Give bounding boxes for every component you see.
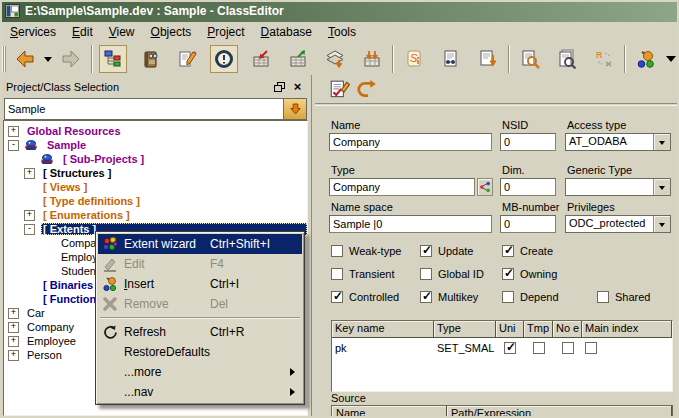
menu-item-restore-defaults[interactable]: RestoreDefaults: [98, 342, 302, 362]
expander-icon[interactable]: +: [8, 322, 19, 333]
menu-item-label: Remove: [122, 297, 169, 311]
checkbox-box[interactable]: [533, 342, 545, 354]
checkbox-transient[interactable]: Transient: [331, 268, 394, 280]
checkbox-box[interactable]: [585, 342, 597, 354]
expander-icon[interactable]: +: [8, 350, 19, 361]
menu-item-nav[interactable]: ...nav: [98, 382, 302, 402]
reference-nav-icon[interactable]: R: [590, 45, 618, 73]
tree-item-employee[interactable]: Employee: [25, 335, 78, 347]
generic-type-select[interactable]: [565, 178, 671, 196]
menu-view[interactable]: View: [101, 23, 143, 41]
menu-project[interactable]: Project: [199, 23, 252, 41]
menu-item-extent-wizard[interactable]: Extent wizard Ctrl+Shift+I: [98, 234, 302, 254]
menu-item-more[interactable]: ...more: [98, 362, 302, 382]
dropdown-button[interactable]: [653, 134, 670, 150]
dim-field[interactable]: [500, 178, 556, 196]
expander-icon[interactable]: +: [24, 210, 35, 221]
checkbox-depend[interactable]: Depend: [502, 291, 559, 303]
checkbox-controlled[interactable]: Controlled: [331, 291, 399, 303]
table-row[interactable]: pk SET_SMAL: [332, 338, 672, 357]
type-field[interactable]: [329, 178, 475, 196]
type-browse-button[interactable]: [477, 178, 493, 196]
dropdown-button[interactable]: [653, 179, 670, 195]
menu-objects[interactable]: Objects: [143, 23, 200, 41]
expander-icon[interactable]: +: [8, 126, 19, 137]
nsid-field[interactable]: [500, 133, 556, 151]
mb-number-field[interactable]: [500, 215, 556, 233]
checkbox-box[interactable]: [562, 342, 574, 354]
insert-dropdown-icon[interactable]: [662, 45, 679, 73]
expander-icon[interactable]: -: [24, 224, 35, 235]
revert-icon[interactable]: [355, 78, 379, 102]
checkbox-global-id[interactable]: Global ID: [420, 268, 484, 280]
tree-item-views[interactable]: [ Views ]: [41, 181, 89, 193]
tree-item-sub-projects[interactable]: [ Sub-Projects ]: [61, 153, 146, 165]
checkbox-create[interactable]: Create: [502, 245, 553, 257]
name-field[interactable]: [329, 133, 492, 151]
back-arrow-icon[interactable]: [11, 45, 39, 73]
load-table-icon[interactable]: [358, 45, 386, 73]
tree-item-structures[interactable]: [ Structures ]: [41, 167, 113, 179]
checkbox-multikey[interactable]: Multikey: [420, 291, 478, 303]
toolbar-grip[interactable]: [2, 46, 6, 72]
privileges-select[interactable]: ODC_protected: [565, 215, 671, 233]
checkbox-owning[interactable]: Owning: [502, 268, 557, 280]
close-icon[interactable]: ×: [290, 80, 305, 94]
name-space-field[interactable]: [329, 215, 492, 233]
expander-icon[interactable]: +: [24, 168, 35, 179]
clear-stack-icon[interactable]: [321, 45, 349, 73]
menu-tools[interactable]: Tools: [320, 23, 364, 41]
column-header-type[interactable]: Type: [434, 321, 496, 338]
expander-icon[interactable]: -: [8, 140, 19, 151]
class-tree-icon[interactable]: [99, 45, 127, 73]
class-filter-input[interactable]: [5, 99, 283, 119]
tree-item-person[interactable]: Person: [25, 349, 64, 361]
history-dropdown-icon[interactable]: [41, 45, 55, 73]
check-in-table-icon[interactable]: [247, 45, 275, 73]
filter-dropdown-button[interactable]: [283, 99, 306, 119]
tree-item-enumerations[interactable]: [ Enumerations ]: [41, 209, 132, 221]
tree-item-company[interactable]: Company: [25, 321, 76, 333]
tree-item-sample[interactable]: Sample: [45, 139, 88, 151]
column-header-uni[interactable]: Uni: [496, 321, 524, 338]
menu-edit[interactable]: Edit: [64, 23, 101, 41]
tree-item-car[interactable]: Car: [25, 307, 47, 319]
save-document-icon[interactable]: [474, 45, 502, 73]
menu-item-insert[interactable]: Insert Ctrl+I: [98, 274, 302, 294]
script-info-icon[interactable]: S: [400, 45, 428, 73]
dictionary-icon[interactable]: [136, 45, 164, 73]
tree-item-binaries[interactable]: [ Binaries ]: [41, 279, 102, 291]
edit-document-icon[interactable]: [173, 45, 201, 73]
forward-arrow-icon[interactable]: [57, 45, 85, 73]
verify-document-icon[interactable]: [437, 45, 465, 73]
apply-edit-icon[interactable]: [327, 78, 351, 102]
menu-item-refresh[interactable]: Refresh Ctrl+R: [98, 322, 302, 342]
checkbox-box[interactable]: [504, 342, 516, 354]
checkbox-box: [420, 268, 432, 280]
column-header-key-name[interactable]: Key name: [332, 321, 434, 338]
checkbox-box: [502, 245, 514, 257]
expander-icon[interactable]: +: [8, 308, 19, 319]
tree-item-global-resources[interactable]: Global Resources: [25, 125, 123, 137]
checkbox-weak-type[interactable]: Weak-type: [331, 245, 401, 257]
tree-item-type-definitions[interactable]: [ Type definitions ]: [41, 195, 142, 207]
expander-icon[interactable]: +: [8, 336, 19, 347]
column-header-path-expression[interactable]: Path/Expression: [447, 406, 672, 418]
checkbox-shared[interactable]: Shared: [597, 291, 650, 303]
search-document-icon[interactable]: [516, 45, 544, 73]
column-header-no-e[interactable]: No e: [553, 321, 582, 338]
column-header-name[interactable]: Name: [332, 406, 447, 418]
column-header-main-index[interactable]: Main index: [582, 321, 672, 338]
check-out-table-icon[interactable]: [284, 45, 312, 73]
checkbox-update[interactable]: Update: [420, 245, 473, 257]
menu-database[interactable]: Database: [253, 23, 320, 41]
menu-services[interactable]: Services: [2, 23, 64, 41]
preview-document-icon[interactable]: [553, 45, 581, 73]
float-window-icon[interactable]: [272, 80, 287, 94]
column-header-tmp[interactable]: Tmp: [524, 321, 553, 338]
insert-object-icon[interactable]: [632, 45, 660, 73]
access-type-select[interactable]: AT_ODABA: [565, 133, 671, 151]
class-editor-icon[interactable]: [210, 45, 238, 73]
dropdown-button[interactable]: [653, 216, 670, 232]
privileges-value: ODC_protected: [566, 216, 653, 232]
